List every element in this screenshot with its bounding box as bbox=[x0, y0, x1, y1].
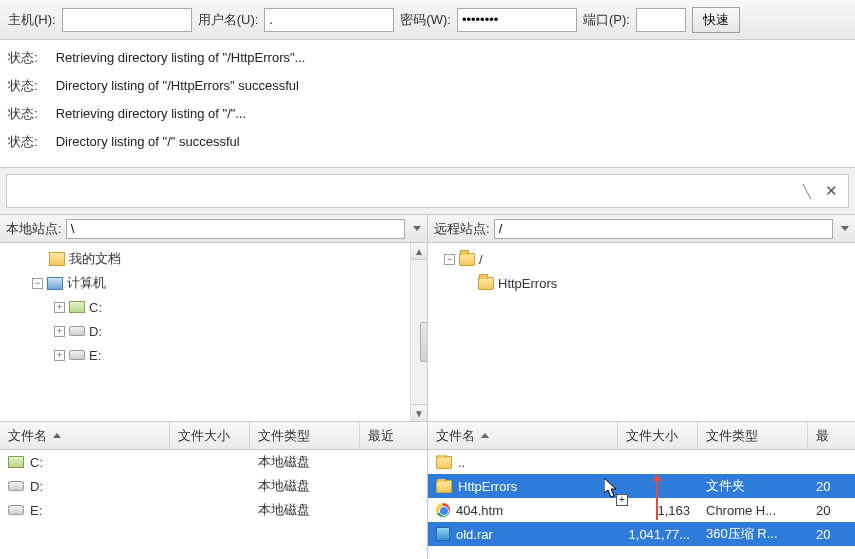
close-icon[interactable]: ✕ bbox=[821, 182, 842, 200]
file-row[interactable]: E: 本地磁盘 bbox=[0, 498, 427, 522]
file-modified: 20 bbox=[808, 503, 855, 518]
tree-item-root[interactable]: − / bbox=[434, 247, 849, 271]
tree-item-computer[interactable]: − 计算机 bbox=[6, 271, 421, 295]
remote-file-header: 文件名 文件大小 文件类型 最 bbox=[428, 422, 855, 450]
remote-path-input[interactable] bbox=[494, 219, 833, 239]
collapse-icon[interactable]: − bbox=[444, 254, 455, 265]
scroll-down-icon[interactable]: ▼ bbox=[411, 404, 427, 421]
tree-label: E: bbox=[89, 348, 101, 363]
file-name: 404.htm bbox=[456, 503, 503, 518]
tree-item-drive-c[interactable]: + C: bbox=[6, 295, 421, 319]
collapse-icon[interactable]: − bbox=[32, 278, 43, 289]
file-type: Chrome H... bbox=[698, 503, 808, 518]
dropdown-icon[interactable] bbox=[413, 226, 421, 231]
log-label: 状态: bbox=[8, 100, 38, 128]
file-size: 1,041,77... bbox=[618, 527, 698, 542]
col-label: 文件名 bbox=[436, 427, 475, 445]
archive-icon bbox=[436, 527, 450, 541]
status-log: 状态: Retrieving directory listing of "/Ht… bbox=[0, 40, 855, 168]
col-modified[interactable]: 最近 bbox=[360, 422, 427, 449]
file-name: C: bbox=[30, 455, 43, 470]
file-name: .. bbox=[458, 455, 465, 470]
col-type[interactable]: 文件类型 bbox=[250, 422, 360, 449]
file-modified: 20 bbox=[808, 479, 855, 494]
file-row[interactable]: D: 本地磁盘 bbox=[0, 474, 427, 498]
command-bar: ╲ ✕ bbox=[6, 174, 849, 208]
local-file-body[interactable]: C: 本地磁盘 D: 本地磁盘 E: 本地磁盘 bbox=[0, 450, 427, 559]
pass-label: 密码(W): bbox=[400, 11, 451, 29]
tree-splitter: 本地站点: 我的文档 − 计算机 + C: bbox=[0, 214, 855, 422]
scroll-thumb[interactable] bbox=[420, 322, 427, 362]
dropdown-icon[interactable] bbox=[841, 226, 849, 231]
caret-icon: ╲ bbox=[803, 184, 813, 199]
folder-icon bbox=[436, 480, 452, 493]
scroll-up-icon[interactable]: ▲ bbox=[411, 243, 427, 260]
expand-icon[interactable]: + bbox=[54, 302, 65, 313]
tree-item-drive-d[interactable]: + D: bbox=[6, 319, 421, 343]
log-label: 状态: bbox=[8, 72, 38, 100]
file-name: D: bbox=[30, 479, 43, 494]
col-size[interactable]: 文件大小 bbox=[618, 422, 698, 449]
local-tree-scrollbar[interactable]: ▲ ▼ bbox=[410, 243, 427, 421]
drive-icon bbox=[69, 301, 85, 313]
quickconnect-button[interactable]: 快速 bbox=[692, 7, 740, 33]
port-input[interactable] bbox=[636, 8, 686, 32]
col-label: 文件名 bbox=[8, 427, 47, 445]
host-input[interactable] bbox=[62, 8, 192, 32]
tree-label: 计算机 bbox=[67, 274, 106, 292]
col-type[interactable]: 文件类型 bbox=[698, 422, 808, 449]
remote-tree-pane: 远程站点: − / HttpErrors bbox=[428, 215, 855, 421]
col-name[interactable]: 文件名 bbox=[0, 422, 170, 449]
tree-item-drive-e[interactable]: + E: bbox=[6, 343, 421, 367]
log-row: 状态: Directory listing of "/" successful bbox=[8, 128, 847, 156]
remote-tree[interactable]: − / HttpErrors bbox=[428, 243, 855, 421]
copy-badge-icon: + bbox=[616, 494, 628, 506]
col-modified[interactable]: 最 bbox=[808, 422, 855, 449]
remote-file-body[interactable]: .. HttpErrors 文件夹 20 404.htm 1,163 Chrom… bbox=[428, 450, 855, 559]
user-input[interactable] bbox=[264, 8, 394, 32]
folder-icon bbox=[478, 277, 494, 290]
file-name: old.rar bbox=[456, 527, 493, 542]
folder-icon bbox=[459, 253, 475, 266]
file-size: 1,163 bbox=[618, 503, 698, 518]
log-row: 状态: Retrieving directory listing of "/".… bbox=[8, 100, 847, 128]
log-message: Retrieving directory listing of "/HttpEr… bbox=[56, 44, 306, 72]
sort-asc-icon bbox=[53, 433, 61, 438]
tree-item-httperrors[interactable]: HttpErrors bbox=[434, 271, 849, 295]
local-site-label: 本地站点: bbox=[6, 220, 62, 238]
file-row-httperrors[interactable]: HttpErrors 文件夹 20 bbox=[428, 474, 855, 498]
log-row: 状态: Directory listing of "/HttpErrors" s… bbox=[8, 72, 847, 100]
command-input[interactable] bbox=[13, 179, 803, 203]
tree-item-mydocs[interactable]: 我的文档 bbox=[6, 247, 421, 271]
local-tree-pane: 本地站点: 我的文档 − 计算机 + C: bbox=[0, 215, 428, 421]
pass-input[interactable] bbox=[457, 8, 577, 32]
local-file-header: 文件名 文件大小 文件类型 最近 bbox=[0, 422, 427, 450]
file-row-oldrar[interactable]: old.rar 1,041,77... 360压缩 R... 20 bbox=[428, 522, 855, 546]
expand-icon[interactable]: + bbox=[54, 350, 65, 361]
computer-icon bbox=[47, 277, 63, 290]
file-type: 文件夹 bbox=[698, 477, 808, 495]
log-message: Directory listing of "/" successful bbox=[56, 128, 240, 156]
tree-label: 我的文档 bbox=[69, 250, 121, 268]
file-type: 本地磁盘 bbox=[250, 477, 360, 495]
file-row-parent[interactable]: .. bbox=[428, 450, 855, 474]
local-tree[interactable]: 我的文档 − 计算机 + C: + D: + bbox=[0, 243, 427, 421]
file-modified: 20 bbox=[808, 527, 855, 542]
log-row: 状态: Retrieving directory listing of "/Ht… bbox=[8, 44, 847, 72]
file-name: E: bbox=[30, 503, 42, 518]
log-message: Directory listing of "/HttpErrors" succe… bbox=[56, 72, 299, 100]
file-row[interactable]: C: 本地磁盘 bbox=[0, 450, 427, 474]
local-path-input[interactable] bbox=[66, 219, 405, 239]
file-type: 360压缩 R... bbox=[698, 525, 808, 543]
expand-icon[interactable]: + bbox=[54, 326, 65, 337]
filelist-splitter: 文件名 文件大小 文件类型 最近 C: 本地磁盘 D: bbox=[0, 422, 855, 559]
drive-icon bbox=[69, 326, 85, 336]
tree-label: D: bbox=[89, 324, 102, 339]
port-label: 端口(P): bbox=[583, 11, 630, 29]
tree-label: C: bbox=[89, 300, 102, 315]
col-size[interactable]: 文件大小 bbox=[170, 422, 250, 449]
drive-icon bbox=[8, 481, 24, 491]
col-name[interactable]: 文件名 bbox=[428, 422, 618, 449]
file-row-404[interactable]: 404.htm 1,163 Chrome H... 20 bbox=[428, 498, 855, 522]
chrome-icon bbox=[436, 503, 450, 517]
